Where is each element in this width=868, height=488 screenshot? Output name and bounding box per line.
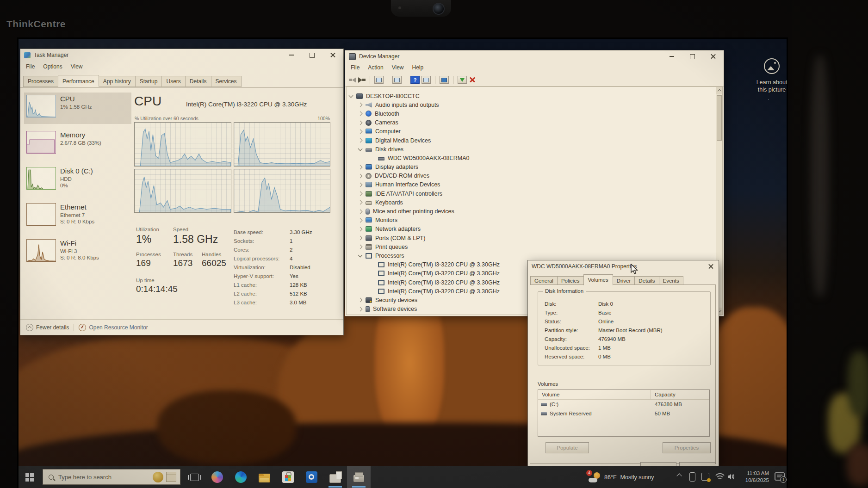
expand-chevron-icon[interactable] [358,191,363,196]
sidebar-tile-memory[interactable]: Memory2.6/7.8 GB (33%) [24,129,131,160]
rewards-coin-icon[interactable] [153,472,163,482]
expand-chevron-icon[interactable] [358,129,363,134]
taskbar-app-task-manager[interactable] [323,466,347,488]
menu-help[interactable]: Help [409,63,428,72]
tree-item-bluetooth[interactable]: Bluetooth [347,109,716,118]
expand-chevron-icon[interactable] [358,111,363,116]
tab-app-history[interactable]: App history [99,76,136,87]
collapse-chevron-icon[interactable] [358,253,363,258]
expand-chevron-icon[interactable] [358,298,363,303]
phone-link-icon[interactable] [689,472,695,482]
tree-item-cameras[interactable]: Cameras [347,118,716,127]
taskbar-app-outlook[interactable] [300,466,323,488]
tree-item-dvd-cd-rom-drives[interactable]: DVD/CD-ROM drives [347,172,716,180]
taskbar-app-device-manager[interactable] [347,466,371,488]
minimize-button[interactable] [281,49,302,61]
expand-chevron-icon[interactable] [358,103,363,107]
dialog-tab-policies[interactable]: Policies [557,276,584,285]
tree-item-keyboards[interactable]: Keyboards [347,198,716,207]
minimize-button[interactable] [661,50,682,62]
tab-processes[interactable]: Processes [23,76,58,87]
maximize-button[interactable] [682,50,703,62]
tree-item-ports-com-lpt[interactable]: Ports (COM & LPT) [347,234,716,242]
volumes-list[interactable]: Volume Capacity (C:)476380 MBSystem Rese… [538,389,710,437]
tab-startup[interactable]: Startup [135,76,162,87]
close-button[interactable] [703,50,724,62]
expand-chevron-icon[interactable] [358,183,363,187]
dialog-tab-details[interactable]: Details [634,276,659,285]
sidebar-tile-wi-fi[interactable]: Wi-FiWi-Fi 3S: 0 R: 8.0 Kbps [24,237,131,268]
volume-row-c[interactable]: (C:)476380 MB [538,400,709,409]
dialog-tab-volumes[interactable]: Volumes [583,274,613,285]
menu-options[interactable]: Options [39,62,66,71]
fewer-details-button[interactable]: Fewer details [26,324,69,331]
show-console-tree-button[interactable] [374,76,384,84]
expand-chevron-icon[interactable] [358,236,363,241]
volume-column-header[interactable]: Volume [538,390,651,399]
learn-about-this-picture[interactable]: Learn about this picture [748,58,787,93]
tree-item-desktop-i80cctc[interactable]: DESKTOP-I80CCTC [347,92,716,100]
maximize-button[interactable] [302,49,322,61]
tree-item-monitors[interactable]: Monitors [347,216,716,225]
tree-item-display-adapters[interactable]: Display adapters [347,163,716,172]
weather-widget[interactable]: 4 86°F Mostly sunny [589,466,654,488]
sidebar-tile-ethernet[interactable]: EthernetEthernet 7S: 0 R: 0 Kbps [24,201,131,232]
menu-file[interactable]: File [22,62,38,71]
taskbar-clock[interactable]: 11:03 AM 10/6/2025 [733,470,769,484]
tray-alert-icon[interactable] [701,473,709,481]
menu-view[interactable]: View [67,62,87,71]
window-panes-button[interactable] [422,76,431,84]
expand-chevron-icon[interactable] [358,173,363,178]
tab-performance[interactable]: Performance [58,75,99,87]
expand-chevron-icon[interactable] [358,227,363,231]
tree-item-processors[interactable]: Processors [347,251,716,260]
tree-item-disk-drives[interactable]: Disk drives [347,145,716,154]
tree-item-human-interface-devices[interactable]: Human Interface Devices [347,180,716,189]
action-center-button[interactable]: 1 [775,472,785,482]
back-button[interactable] [349,77,356,83]
expand-chevron-icon[interactable] [358,307,363,311]
collapse-chevron-icon[interactable] [358,146,363,151]
tab-users[interactable]: Users [161,76,185,87]
volume-row-system-reserved[interactable]: System Reserved50 MB [538,409,709,418]
forward-button[interactable] [358,77,366,83]
dialog-tab-general[interactable]: General [530,276,558,285]
expand-chevron-icon[interactable] [358,245,363,249]
search-highlights-icon[interactable] [166,472,176,482]
menu-action[interactable]: Action [364,63,387,72]
wifi-icon[interactable] [715,473,725,480]
sidebar-tile-disk-0-c[interactable]: Disk 0 (C:)HDD0% [24,165,131,196]
tree-item-audio-inputs-and-outputs[interactable]: Audio inputs and outputs [347,100,716,109]
scan-hardware-changes-button[interactable] [440,76,449,84]
start-button[interactable] [19,466,41,488]
expand-chevron-icon[interactable] [358,138,363,143]
dialog-tab-events[interactable]: Events [659,276,683,285]
expand-chevron-icon[interactable] [358,200,363,205]
capacity-column-header[interactable]: Capacity [651,390,709,399]
tree-item-mice-and-other-pointing-devices[interactable]: Mice and other pointing devices [347,207,716,216]
taskbar-app-copilot[interactable] [205,466,229,488]
search-input[interactable]: Type here to search [43,469,180,485]
menu-view[interactable]: View [388,63,408,72]
show-hidden-icons-button[interactable] [677,474,682,479]
expand-chevron-icon[interactable] [358,218,363,222]
tree-item-computer[interactable]: Computer [347,127,716,136]
uninstall-device-button[interactable] [469,76,476,84]
tab-services[interactable]: Services [211,76,242,87]
tab-details[interactable]: Details [185,76,211,87]
expand-chevron-icon[interactable] [358,120,363,125]
tree-item-digital-media-devices[interactable]: Digital Media Devices [347,136,716,145]
close-button[interactable] [703,260,719,272]
taskbar-app-file-explorer[interactable] [253,466,276,488]
properties-button[interactable]: Properties [663,442,711,453]
populate-button[interactable]: Populate [546,442,589,453]
task-view-button[interactable] [184,466,205,488]
help-button[interactable] [410,76,420,84]
scroll-up-button[interactable] [716,87,722,94]
update-driver-button[interactable] [458,76,467,84]
tree-item-ide-ata-atapi-controllers[interactable]: IDE ATA/ATAPI controllers [347,189,716,198]
close-button[interactable] [322,49,343,61]
taskbar-app-store[interactable] [276,466,300,488]
collapse-chevron-icon[interactable] [349,93,353,98]
tree-item-wdc-wd5000aakx-08erma0[interactable]: WDC WD5000AAKX-08ERMA0 [347,154,716,162]
